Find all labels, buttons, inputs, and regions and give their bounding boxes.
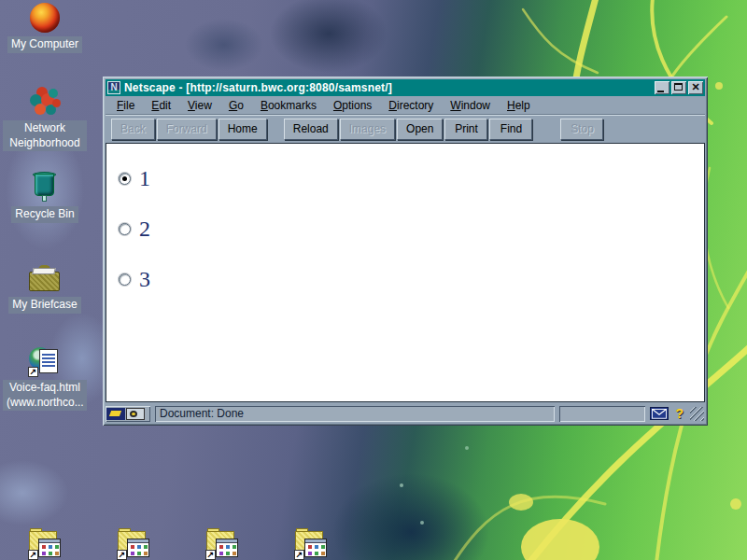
help-icon[interactable]: ? (673, 406, 685, 421)
security-key-ring-icon (126, 408, 145, 420)
close-icon: ✕ (688, 81, 703, 94)
minimize-button[interactable] (655, 81, 669, 94)
menu-window[interactable]: Window (442, 98, 499, 113)
security-indicator[interactable] (106, 406, 150, 422)
radio-label: 3 (139, 267, 150, 292)
find-button[interactable]: Find (489, 119, 532, 140)
reload-button[interactable]: Reload (284, 119, 338, 140)
network-neighborhood-icon (28, 86, 62, 118)
mail-icon[interactable] (650, 407, 669, 420)
radio-row: 2 (119, 215, 704, 243)
menu-bookmarks[interactable]: Bookmarks (252, 98, 325, 113)
desktop-icon-folder-shortcut[interactable]: ↗ (28, 528, 62, 560)
menu-directory[interactable]: Directory (380, 98, 442, 113)
desktop-icon-recycle-bin[interactable]: Recycle Bin (0, 172, 90, 223)
netscape-window: N Netscape - [http://saturn.bwc.org:8080… (103, 77, 708, 426)
title-bar[interactable]: N Netscape - [http://saturn.bwc.org:8080… (106, 79, 705, 96)
desktop-icon-folder-shortcut[interactable]: ↗ (205, 528, 239, 560)
desktop-icon-label: Network Neighborhood (3, 120, 87, 151)
forward-button: Forward (157, 119, 217, 140)
progress-field (559, 406, 645, 422)
radio-option-2[interactable] (119, 223, 131, 235)
shortcut-arrow-icon: ↗ (117, 550, 127, 560)
shortcut-arrow-icon: ↗ (294, 550, 304, 560)
status-text: Document: Done (155, 406, 555, 422)
resize-grip[interactable] (690, 407, 704, 421)
radio-option-1[interactable] (119, 173, 131, 185)
maximize-icon (674, 83, 683, 91)
radio-option-3[interactable] (119, 273, 131, 286)
back-button: Back (111, 119, 155, 140)
desktop-icon-folder-shortcut[interactable]: ↗ (117, 528, 150, 560)
shortcut-arrow-icon: ↗ (205, 550, 216, 560)
open-button[interactable]: Open (397, 119, 443, 140)
shortcut-arrow-icon: ↗ (28, 367, 38, 377)
recycle-bin-icon (28, 172, 62, 203)
home-button[interactable]: Home (218, 119, 267, 140)
minimize-icon (657, 91, 664, 92)
toolbar: BackForwardHomeReloadImagesOpenPrintFind… (106, 116, 705, 143)
netscape-app-icon: N (107, 81, 120, 94)
menu-go[interactable]: Go (220, 98, 252, 113)
stop-button: Stop (560, 119, 603, 140)
images-button: Images (340, 119, 395, 140)
close-button[interactable]: ✕ (688, 81, 703, 94)
status-bar: Document: Done ? (106, 404, 705, 423)
menu-view[interactable]: View (179, 98, 220, 113)
html-document-icon: ↗ (28, 345, 62, 377)
desktop-icon-network-neighborhood[interactable]: Network Neighborhood (0, 86, 90, 151)
desktop-icon-my-briefcase[interactable]: My Briefcase (0, 262, 90, 314)
desktop-icon-label: Voice-faq.html (www.northco... (3, 380, 87, 411)
desktop-icon-label: Recycle Bin (11, 206, 78, 223)
security-key-icon (106, 408, 125, 420)
radio-row: 1 (119, 164, 704, 192)
desktop-icon-folder-shortcut[interactable]: ↗ (294, 528, 328, 560)
maximize-button[interactable] (671, 81, 686, 94)
desktop-icon-label: My Briefcase (8, 297, 80, 314)
radio-label: 2 (139, 217, 150, 242)
menu-help[interactable]: Help (499, 98, 539, 113)
menu-bar: FileEditViewGoBookmarksOptionsDirectoryW… (106, 96, 705, 114)
page-content: 123 (106, 143, 705, 402)
my-briefcase-icon (28, 262, 62, 294)
desktop-icon-my-computer[interactable]: My Computer (0, 2, 90, 53)
window-title: Netscape - [http://saturn.bwc.org:8080/s… (124, 81, 392, 94)
radio-label: 1 (139, 166, 150, 191)
shortcut-arrow-icon: ↗ (28, 550, 38, 560)
desktop-icon-label: My Computer (7, 36, 82, 53)
menu-options[interactable]: Options (325, 98, 380, 113)
menu-file[interactable]: File (108, 98, 143, 113)
print-button[interactable]: Print (444, 119, 487, 140)
my-computer-icon (28, 2, 62, 34)
radio-row: 3 (119, 265, 704, 293)
menu-edit[interactable]: Edit (143, 98, 179, 113)
desktop-icon-voice-faq[interactable]: ↗ Voice-faq.html (www.northco... (0, 345, 90, 411)
